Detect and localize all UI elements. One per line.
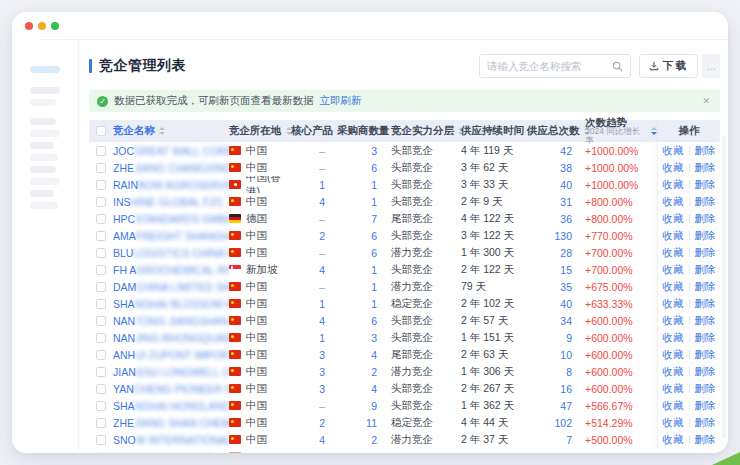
select-all-checkbox[interactable] xyxy=(96,126,106,136)
favorite-link[interactable]: 收藏 xyxy=(663,416,684,430)
sidebar-item[interactable] xyxy=(30,178,60,185)
supply-count-value[interactable]: 42 xyxy=(527,142,581,159)
delete-link[interactable]: 删除 xyxy=(695,365,716,379)
buyer-count-value[interactable]: 1 xyxy=(337,261,389,278)
minimize-window-icon[interactable] xyxy=(38,22,46,30)
row-checkbox[interactable] xyxy=(96,452,106,454)
favorite-link[interactable]: 收藏 xyxy=(663,314,684,328)
delete-link[interactable]: 删除 xyxy=(695,433,716,447)
delete-link[interactable]: 删除 xyxy=(695,178,716,192)
delete-link[interactable]: 删除 xyxy=(695,144,716,158)
delete-link[interactable]: 删除 xyxy=(695,212,716,226)
column-header-tier[interactable]: 竞企实力分层 xyxy=(389,120,461,142)
buyer-count-value[interactable]: 2 xyxy=(337,431,389,448)
company-name-link[interactable]: INSHINE GLOBAL FZC xyxy=(113,193,229,210)
favorite-link[interactable]: 收藏 xyxy=(663,195,684,209)
buyer-count-value[interactable]: 1 xyxy=(337,278,389,295)
supply-count-value[interactable]: 34 xyxy=(527,312,581,329)
sort-carets-icon[interactable] xyxy=(159,127,165,135)
company-name-link[interactable]: AMA FREIGHT SHANGHAI CO LTD xyxy=(113,227,229,244)
company-name-link[interactable]: ZHEJIANG CHANGXING ZHONGSH... xyxy=(113,159,229,176)
delete-link[interactable]: 删除 xyxy=(695,331,716,345)
row-checkbox[interactable] xyxy=(96,163,106,173)
company-name-link[interactable]: BLU LOGISTICS CHINA CO LTD xyxy=(113,244,229,261)
sidebar-item[interactable] xyxy=(30,202,58,209)
favorite-link[interactable]: 收藏 xyxy=(663,263,684,277)
row-checkbox[interactable] xyxy=(96,146,106,156)
column-header-dur[interactable]: 供应持续时间 xyxy=(461,120,527,142)
sidebar-item[interactable] xyxy=(30,166,56,173)
company-name-link[interactable]: NANJING RHONGQUAN CO LTD xyxy=(113,329,229,346)
favorite-link[interactable]: 收藏 xyxy=(663,433,684,447)
sidebar-item[interactable] xyxy=(30,142,54,149)
buyer-count-value[interactable]: 4 xyxy=(337,380,389,397)
supply-count-value[interactable]: 36 xyxy=(527,210,581,227)
buyer-count-value[interactable]: 6 xyxy=(337,227,389,244)
supply-count-value[interactable]: 38 xyxy=(527,159,581,176)
sidebar-item[interactable] xyxy=(30,154,58,161)
supply-count-value[interactable]: 9 xyxy=(527,329,581,346)
favorite-link[interactable]: 收藏 xyxy=(663,365,684,379)
more-actions-button[interactable]: … xyxy=(702,54,720,78)
buyer-count-value[interactable]: 1 xyxy=(337,295,389,312)
buyer-count-value[interactable]: 6 xyxy=(337,159,389,176)
buyer-count-value[interactable]: 3 xyxy=(337,329,389,346)
row-checkbox[interactable] xyxy=(96,282,106,292)
supply-count-value[interactable]: 47 xyxy=(527,397,581,414)
favorite-link[interactable]: 收藏 xyxy=(663,331,684,345)
row-checkbox[interactable] xyxy=(96,231,106,241)
delete-link[interactable]: 删除 xyxy=(695,195,716,209)
column-header-buyers[interactable]: 采购商数量 xyxy=(337,120,389,142)
column-header-name[interactable]: 竞企名称 xyxy=(113,120,229,142)
zoom-window-icon[interactable] xyxy=(51,22,59,30)
sidebar-item[interactable] xyxy=(30,87,60,94)
delete-link[interactable]: 删除 xyxy=(695,161,716,175)
favorite-link[interactable]: 收藏 xyxy=(663,229,684,243)
table-scrollbar[interactable] xyxy=(722,136,726,439)
column-header-trend[interactable]: 次数趋势2024 同比增长率 xyxy=(581,120,657,142)
delete-link[interactable]: 删除 xyxy=(695,280,716,294)
supply-count-value[interactable]: 40 xyxy=(527,176,581,193)
row-checkbox[interactable] xyxy=(96,401,106,411)
company-name-link[interactable]: JOC GREAT WALL CORP xyxy=(113,142,229,159)
row-checkbox[interactable] xyxy=(96,350,106,360)
search-icon[interactable] xyxy=(612,61,623,72)
column-header-core[interactable]: 核心产品 xyxy=(291,120,337,142)
row-checkbox[interactable] xyxy=(96,384,106,394)
sidebar-item[interactable] xyxy=(30,99,56,106)
delete-link[interactable]: 删除 xyxy=(695,399,716,413)
row-checkbox[interactable] xyxy=(96,214,106,224)
delete-link[interactable]: 删除 xyxy=(695,297,716,311)
delete-link[interactable]: 删除 xyxy=(695,382,716,396)
supply-count-value[interactable]: 40 xyxy=(527,295,581,312)
favorite-link[interactable]: 收藏 xyxy=(663,161,684,175)
buyer-count-value[interactable]: 6 xyxy=(337,244,389,261)
row-checkbox[interactable] xyxy=(96,265,106,275)
supply-count-value[interactable]: 130 xyxy=(527,227,581,244)
buyer-count-value[interactable]: 1 xyxy=(337,193,389,210)
row-checkbox[interactable] xyxy=(96,248,106,258)
buyer-count-value[interactable]: 2 xyxy=(337,363,389,380)
supply-count-value[interactable]: 8 xyxy=(527,363,581,380)
supply-count-value[interactable]: 16 xyxy=(527,380,581,397)
buyer-count-value[interactable]: 4 xyxy=(337,346,389,363)
row-checkbox[interactable] xyxy=(96,197,106,207)
row-checkbox[interactable] xyxy=(96,333,106,343)
supply-count-value[interactable]: 102 xyxy=(527,414,581,431)
delete-link[interactable]: 删除 xyxy=(695,314,716,328)
favorite-link[interactable]: 收藏 xyxy=(663,246,684,260)
company-name-link[interactable]: HPC STANDARDS GMBH xyxy=(113,210,229,227)
sidebar-item[interactable] xyxy=(30,118,56,125)
supply-count-value[interactable]: 28 xyxy=(527,244,581,261)
buyer-count-value[interactable]: 11 xyxy=(337,414,389,431)
row-checkbox[interactable] xyxy=(96,435,106,445)
sidebar-item[interactable] xyxy=(30,130,60,137)
company-name-link[interactable]: DAM CHINA LIMITED SHANGHA... xyxy=(113,278,229,295)
company-name-link[interactable]: JIANGSU LONGWELL CHEMICAL ... xyxy=(113,363,229,380)
supply-count-value[interactable]: 35 xyxy=(527,278,581,295)
buyer-count-value[interactable]: 7 xyxy=(337,210,389,227)
row-checkbox[interactable] xyxy=(96,418,106,428)
close-window-icon[interactable] xyxy=(25,22,33,30)
favorite-link[interactable]: 收藏 xyxy=(663,144,684,158)
sidebar-item-active[interactable] xyxy=(30,66,60,73)
